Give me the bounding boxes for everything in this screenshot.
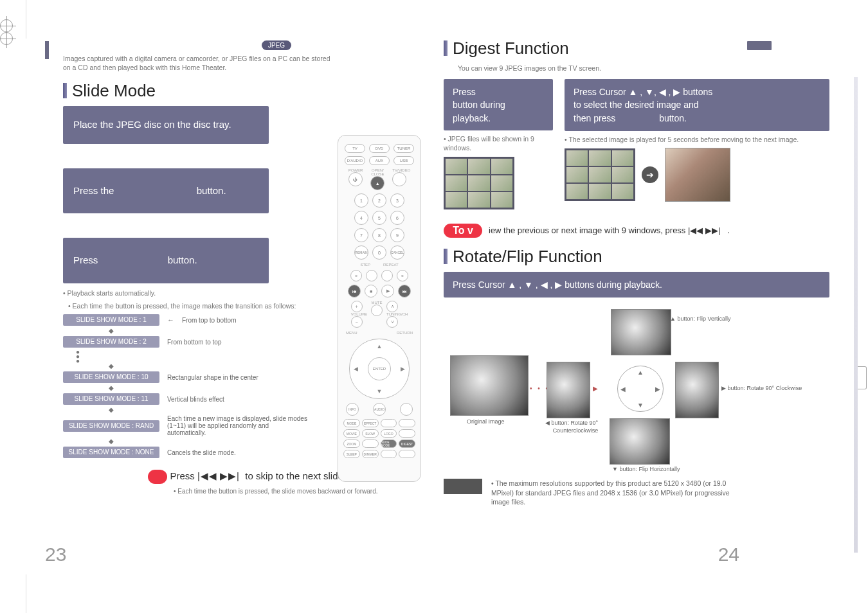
remote-btn-logo: LOGO <box>381 429 397 438</box>
step-1-box: Place the JPEG disc on the disc tray. <box>63 106 269 144</box>
tip-next-icon: ▶▶| <box>705 226 720 235</box>
remote-btn-tv: TV <box>345 144 365 153</box>
mode-arrow-4: ◆ <box>63 385 159 391</box>
remote-btn-ch-up: ∧ <box>386 301 398 312</box>
mode-ellipsis: ●●● <box>63 350 159 363</box>
mode-pill-none: SLIDE SHOW MODE : NONE <box>63 447 159 458</box>
mode-arrow-5: ◆ <box>63 407 159 413</box>
thumbnail-grid-1 <box>444 157 514 209</box>
tip-prev-icon: |◀◀ <box>688 226 703 235</box>
remote-btn-sound <box>399 429 415 438</box>
dpad-left-icon: ◀ <box>354 366 358 372</box>
ring-down-icon: ▼ <box>637 402 644 409</box>
digest-left-note: • JPEG files will be shown in 9 windows. <box>444 134 540 152</box>
digest-right-callout: Press Cursor ▲ , ▼, ◀ , ▶ buttons to sel… <box>565 79 829 131</box>
direction-ring: ▲ ▼ ◀ ▶ <box>617 366 664 412</box>
remote-btn-vol-up: + <box>351 301 363 312</box>
remote-num-3: 3 <box>390 193 404 208</box>
rotate-callout: Press Cursor ▲ , ▼ , ◀ , ▶ buttons durin… <box>444 272 829 298</box>
skip-note: • Each time the button is pressed, the s… <box>45 488 431 495</box>
orig-label: Original Image <box>467 418 505 426</box>
mode-row-2: SLIDE SHOW MODE : 2 From bottom to top <box>63 336 334 348</box>
resolution-note: • The maximum resolutions supported by t… <box>444 479 829 507</box>
crop-mark-left <box>0 19 868 32</box>
digest-title: Digest Function <box>444 39 829 58</box>
remote-btn-power: ⏻ <box>348 172 363 186</box>
title-bar-icon <box>63 83 67 98</box>
ring-up-icon: ▲ <box>637 369 644 376</box>
skip-next-icon: ▶▶| <box>220 470 240 481</box>
remote-btn-usb: USB <box>393 156 414 165</box>
remote-btn-dvd: DVD <box>369 144 390 153</box>
rotate-cw-image <box>675 362 719 418</box>
mode-row-11: SLIDE SHOW MODE : 11 Vertical blinds eff… <box>63 393 334 405</box>
mode-desc-rand: Each time a new image is displayed, slid… <box>167 415 309 436</box>
remote-btn-digest: DIGEST <box>399 440 415 448</box>
remote-label-tuning: TUNING/CH <box>386 312 408 316</box>
remote-label-repeat: REPEAT <box>383 263 399 267</box>
mode-row-10: SLIDE SHOW MODE : 10 Rectangular shape i… <box>63 371 334 383</box>
mode-pill-10: SLIDE SHOW MODE : 10 <box>63 371 159 383</box>
remote-btn-forward: » <box>397 270 408 281</box>
remote-label-tvvideo: TV/VIDEO <box>392 168 410 172</box>
ring-right-icon: ▶ <box>655 385 660 392</box>
skip-bullet-icon <box>148 470 167 484</box>
mode-pill-2: SLIDE SHOW MODE : 2 <box>63 336 159 348</box>
mode-pill-1: SLIDE SHOW MODE : 1 <box>63 314 159 326</box>
rotate-ccw-image <box>547 362 590 418</box>
remote-btn-dimmer: DIMMER <box>362 450 379 458</box>
remote-illustration: TV DVD TUNER D'AUDIO AUX USB POWER ⏻ OPE… <box>338 135 421 482</box>
mode-row-rand: SLIDE SHOW MODE : RAND Each time a new i… <box>63 415 334 436</box>
prev-next-tip: To v iew the previous or next image with… <box>444 224 829 238</box>
remote-btn-blank1 <box>399 419 415 427</box>
mode-desc-11: Vertical blinds effect <box>167 396 224 403</box>
remote-num-1: 1 <box>354 193 368 208</box>
remote-btn-open-close: ▲ <box>370 176 384 190</box>
rotate-title: Rotate/Flip Function <box>444 247 829 267</box>
remote-btn-step <box>366 270 377 281</box>
remote-btn-aux: AUX <box>369 156 390 165</box>
digest-left-callout: Press button during playback. <box>444 79 553 130</box>
remote-btn-mute <box>371 305 383 316</box>
skip-prev-icon: |◀◀ <box>197 470 217 481</box>
remote-num-4: 4 <box>354 211 368 225</box>
page-24: Digest Function You can view 9 JPEG imag… <box>444 39 829 565</box>
remote-btn-cancel: CANCEL <box>390 245 404 260</box>
crop-mark-top <box>0 0 434 13</box>
rotate-cw-label: ▶ button: Rotate 90° Clockwise <box>721 385 802 393</box>
intro-text: Images captured with a digital camera or… <box>63 54 334 72</box>
flip-vertical-label: ▲ button: Flip Vertically <box>670 315 730 323</box>
remote-dpad: ▲ ▼ ◀ ▶ <box>349 339 410 399</box>
remote-btn-blank2 <box>381 450 397 458</box>
remote-btn-vol-down: − <box>351 316 363 328</box>
digest-right-note: • The selected image is played for 5 sec… <box>565 135 829 144</box>
page-number-24: 24 <box>718 544 739 565</box>
remote-btn-sleep: SLEEP <box>343 450 360 458</box>
remote-num-7: 7 <box>354 228 368 242</box>
remote-label-mute: MUTE <box>371 301 383 305</box>
thumbnail-grid-2 <box>565 148 635 201</box>
remote-btn-next: ⏭ <box>398 285 411 298</box>
title-bar-icon-3 <box>444 249 448 264</box>
original-image <box>450 355 529 416</box>
remote-num-5: 5 <box>372 211 386 225</box>
mode-desc-1: From top to bottom <box>182 317 236 324</box>
remote-btn-tvvideo <box>392 172 406 186</box>
flip-horizontal-label: ▼ button: Flip Horizontally <box>612 466 680 474</box>
mode-arrow-6: ◆ <box>63 438 159 445</box>
remote-btn-prev: ⏮ <box>348 285 361 298</box>
rotate-diagram: Original Image • • • • • • • • ▶ ▲ butto… <box>444 309 829 450</box>
mode-row-1: SLIDE SHOW MODE : 1 ← From top to bottom <box>63 314 334 326</box>
flip-vertical-image <box>611 309 671 355</box>
remote-btn-movie: MOVIE <box>343 429 360 438</box>
remote-num-2: 2 <box>372 193 386 208</box>
mode-desc-10: Rectangular shape in the center <box>167 374 258 381</box>
ring-left-icon: ◀ <box>620 385 626 392</box>
remote-btn-info: INFO <box>346 403 359 416</box>
dpad-up-icon: ▲ <box>377 343 383 350</box>
mode-desc-none: Cancels the slide mode. <box>167 449 236 456</box>
remote-btn-remain: REMAIN <box>354 245 368 260</box>
trim-line-top <box>26 0 26 39</box>
remote-btn-zoom: ZOOM <box>343 440 360 448</box>
remote-btn-blank3 <box>399 450 415 458</box>
